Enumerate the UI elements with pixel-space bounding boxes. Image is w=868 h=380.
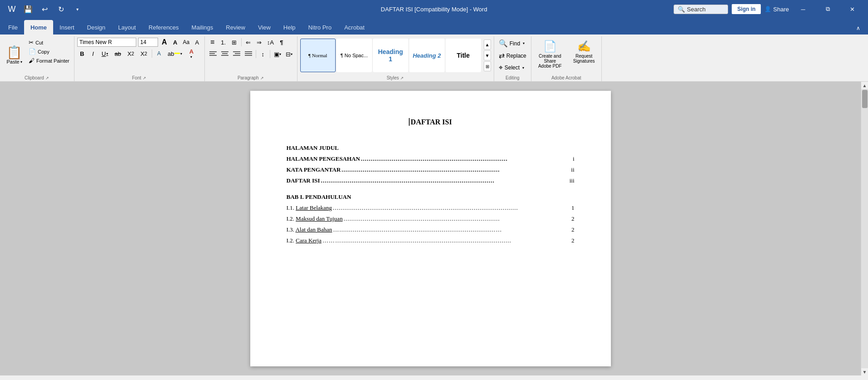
paragraph-expand-icon[interactable]: ↗ [260, 76, 264, 80]
close-button[interactable]: ✕ [842, 0, 863, 18]
align-left-button[interactable] [208, 49, 218, 59]
find-button[interactable]: 🔍 Find ▾ [497, 38, 526, 49]
underline-button[interactable]: U▾ [99, 49, 111, 59]
find-label: Find [510, 40, 520, 47]
align-center-button[interactable] [219, 49, 230, 59]
copy-button[interactable]: 📄 Copy [27, 47, 71, 56]
line-spacing-button[interactable]: ↕ [258, 49, 268, 59]
font-expand-icon[interactable]: ↗ [142, 76, 147, 80]
search-bar[interactable]: 🔍 Search [674, 5, 728, 14]
tab-acrobat[interactable]: Acrobat [338, 20, 371, 35]
paste-button[interactable]: 📋 Paste ▾ [3, 37, 26, 74]
toc-item-pengesahan: HALAMAN PENGESAHAN .....................… [287, 155, 575, 163]
superscript-button[interactable]: X2 [138, 49, 150, 59]
select-label: Select [505, 64, 520, 71]
toc-page: 1 [571, 204, 575, 212]
toc-sub-latar-belakang: I.1. Latar Belakang ....................… [287, 204, 575, 212]
scroll-thumb[interactable] [862, 90, 868, 108]
tab-home[interactable]: Home [24, 20, 53, 35]
scroll-up-arrow[interactable]: ▲ [861, 82, 868, 89]
bold-button[interactable]: B [77, 49, 87, 59]
tab-design[interactable]: Design [81, 20, 112, 35]
tab-mailings[interactable]: Mailings [185, 20, 220, 35]
word-icon: W [5, 3, 18, 15]
styles-scroll-up-button[interactable]: ▲ [484, 39, 491, 49]
request-signatures-button[interactable]: ✍ RequestSignatures [570, 38, 599, 65]
toc-dots: ........................................… [333, 204, 570, 212]
style-heading2[interactable]: Heading 2 [409, 39, 445, 72]
document-scroll[interactable]: DAFTAR ISI HALAMAN JUDUL HALAMAN PENGESA… [0, 82, 861, 375]
font-color-button[interactable]: A ▾ [186, 49, 197, 59]
ribbon-collapse-button[interactable]: ∧ [852, 22, 864, 35]
find-dropdown-icon[interactable]: ▾ [523, 41, 525, 45]
style-heading1[interactable]: Heading 1 [373, 39, 408, 72]
style-no-spacing[interactable]: ¶ No Spac... [337, 39, 372, 72]
font-size-input[interactable] [138, 38, 158, 47]
clipboard-expand-icon[interactable]: ↗ [45, 76, 50, 80]
tab-help[interactable]: Help [277, 20, 302, 35]
styles-scroll-down-button[interactable]: ▼ [484, 50, 491, 60]
change-case-button[interactable]: Aa [182, 38, 191, 47]
vertical-scrollbar[interactable]: ▲ ▼ [861, 82, 868, 375]
shading-button[interactable]: ▣▾ [272, 49, 283, 59]
minimize-button[interactable]: ─ [793, 0, 813, 18]
scroll-down-arrow[interactable]: ▼ [861, 368, 868, 375]
bullets-button[interactable]: ≡ [208, 37, 218, 47]
editing-group: 🔍 Find ▾ ⇄ Replace ⌖ Select ▾ Editing [494, 36, 531, 81]
numbering-button[interactable]: 1. [218, 37, 228, 47]
sort-button[interactable]: ↕A [265, 37, 276, 47]
undo-button[interactable]: ↩ [38, 3, 51, 15]
tab-insert[interactable]: Insert [53, 20, 81, 35]
cut-button[interactable]: ✂ Cut [27, 38, 71, 47]
tab-layout[interactable]: Layout [112, 20, 142, 35]
format-painter-label: Format Painter [36, 58, 69, 64]
increase-font-size-button[interactable]: A [160, 38, 169, 47]
paste-dropdown-icon[interactable]: ▾ [20, 60, 22, 64]
sign-in-button[interactable]: Sign in [732, 4, 761, 14]
toc-dots: ….......................................… [333, 226, 570, 233]
format-painter-button[interactable]: 🖌 Format Painter [27, 56, 71, 65]
replace-button[interactable]: ⇄ Replace [497, 50, 528, 61]
toc-dots: ........................................… [361, 155, 572, 163]
create-share-pdf-button[interactable]: 📄 Create and ShareAdobe PDF [534, 38, 566, 70]
tab-view[interactable]: View [252, 20, 277, 35]
share-button[interactable]: 👤 Share [764, 6, 789, 13]
styles-expand-icon[interactable]: ↗ [400, 76, 404, 80]
share-label: Share [773, 6, 789, 13]
justify-button[interactable] [243, 49, 254, 59]
align-right-button[interactable] [231, 49, 242, 59]
show-hide-button[interactable]: ¶ [277, 37, 287, 47]
clear-formatting-button[interactable]: A [193, 38, 202, 47]
clipboard-group: 📋 Paste ▾ ✂ Cut 📄 Copy 🖌 Format Painter [0, 36, 74, 81]
tab-review[interactable]: Review [219, 20, 252, 35]
style-normal[interactable]: ¶ Normal [300, 39, 336, 72]
styles-expand-button[interactable]: ⊞ [484, 61, 491, 71]
decrease-indent-button[interactable]: ⇐ [243, 37, 253, 47]
subscript-button[interactable]: X2 [125, 49, 137, 59]
scroll-track[interactable] [861, 89, 868, 368]
borders-button[interactable]: ⊟▾ [284, 49, 294, 59]
restore-button[interactable]: ⧉ [817, 0, 838, 18]
tab-nitropro[interactable]: Nitro Pro [302, 20, 338, 35]
multilevel-list-button[interactable]: ⊞ [229, 37, 239, 47]
toc-label: HALAMAN JUDUL [287, 144, 339, 152]
quick-access-toolbar: W 💾 ↩ ↻ ▾ [5, 3, 84, 15]
text-effects-button[interactable]: A [154, 49, 164, 59]
increase-indent-button[interactable]: ⇒ [254, 37, 264, 47]
ribbon: 📋 Paste ▾ ✂ Cut 📄 Copy 🖌 Format Painter [0, 35, 868, 82]
tab-references[interactable]: References [142, 20, 185, 35]
select-button[interactable]: ⌖ Select ▾ [497, 63, 526, 73]
decrease-font-size-button[interactable]: A [171, 38, 180, 47]
save-button[interactable]: 💾 [22, 3, 35, 15]
select-dropdown-icon[interactable]: ▾ [522, 66, 524, 70]
tab-file[interactable]: File [2, 20, 24, 35]
font-family-input[interactable] [77, 38, 136, 47]
italic-button[interactable]: I [88, 49, 98, 59]
style-title[interactable]: Title [446, 39, 481, 72]
customize-qat-button[interactable]: ▾ [71, 3, 84, 15]
redo-button[interactable]: ↻ [55, 3, 67, 15]
document-page[interactable]: DAFTAR ISI HALAMAN JUDUL HALAMAN PENGESA… [250, 91, 611, 366]
document-area: DAFTAR ISI HALAMAN JUDUL HALAMAN PENGESA… [0, 82, 868, 375]
highlight-button[interactable]: ab ▾ [165, 49, 185, 59]
strikethrough-button[interactable]: ab [112, 49, 124, 59]
